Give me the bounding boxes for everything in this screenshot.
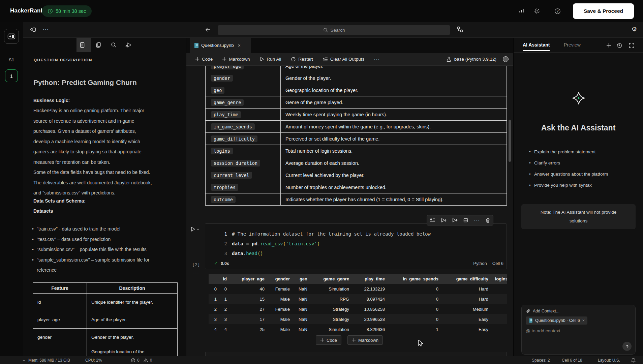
tab-questions-ipynb[interactable]: Questions.ipynb × [190,38,251,53]
new-chat-icon[interactable] [606,43,611,48]
code-token: data [232,251,243,256]
vertical-scrollbar[interactable] [509,120,511,162]
business-logic-label: Business Logic: [33,98,70,103]
history-icon[interactable] [617,43,622,49]
delete-cell-icon[interactable] [485,218,490,223]
add-markdown-cell-button[interactable]: Markdown [347,335,383,345]
tab-ai-assistant[interactable]: AI Assistant [523,42,550,51]
add-context-button[interactable]: Add Context... [526,309,631,313]
cell: Easy [440,324,490,334]
secondary-bar: ··· Search ⚙ [0,22,643,38]
tab-search-icon[interactable] [111,42,117,48]
search-input[interactable]: Search [218,25,450,35]
run-cell-button[interactable] [190,226,200,232]
cell [490,294,507,304]
spaces-setting[interactable]: Spaces: 2 [532,356,550,364]
kernel-picker[interactable]: base (Python 3.9.12) [446,56,509,62]
notebook-panel: Questions.ipynb × Code Markdown Run All … [186,38,513,356]
plus-icon [320,338,324,342]
description-cell: Age of the player. [281,66,507,72]
context-chip[interactable]: Questions.ipynb · Cell 6 × [526,316,587,325]
problems-indicator[interactable]: 0 0 [131,356,152,364]
toolbar-more-icon[interactable]: ··· [374,56,380,62]
ai-assistant-panel: AI Assistant Preview Ask the AI Assistan… [513,38,643,356]
table-row: play_timeWeekly time spent playing the g… [206,109,507,121]
column-header: logins [490,274,507,284]
cell-duration: 0.0s [221,261,229,266]
list-item: Answer questions about the platform [529,169,637,180]
collapse-sidebar-button[interactable] [4,29,19,44]
list-item: Clarify errors [529,157,637,169]
table-row: id Unique identifier for the player. [33,294,178,311]
keyboard-layout[interactable]: Layout: U.S. [598,356,620,364]
column-header: gender [267,274,292,284]
add-code-cell-button[interactable]: Code [316,335,341,345]
list-item: "train.csv" - data used to train the mod… [32,224,156,234]
clear-all-outputs-button[interactable]: Clear All Outputs [323,57,364,62]
panel-more-icon[interactable]: ··· [43,26,49,32]
signal-b级ars-icon[interactable] [519,8,524,13]
dataframe-output: id player_age gender geo game_genre play… [209,274,507,335]
run-all-button[interactable]: Run All [259,57,281,62]
add-code-button[interactable]: Code [195,57,213,62]
svg-text:?: ? [557,9,559,13]
code-editor[interactable]: 1 # The information dataset for the trai… [205,229,507,258]
table-row: game_difficultyPerceived or set difficul… [206,133,507,145]
send-button[interactable] [622,342,632,351]
assistant-input-card[interactable]: Add Context... Questions.ipynb · Cell 6 … [521,305,636,355]
remove-context-icon[interactable]: × [582,318,585,323]
chevron-up-icon [22,358,26,363]
cell-language[interactable]: Python [473,261,487,266]
add-markdown-button[interactable]: Markdown [222,57,250,62]
cell: 40 [229,284,267,294]
run-all-label: Run All [267,57,281,62]
run-cells-above-icon[interactable] [441,218,447,223]
assistant-heading: Ask the AI Assistant [514,123,643,132]
table-row: player_ageAge of the player. [206,66,507,72]
restart-button[interactable]: Restart [290,57,313,62]
cell: Hard [440,284,490,294]
back-arrow-icon[interactable] [205,27,211,32]
split-cell-icon[interactable] [463,218,468,223]
gear-icon[interactable]: ⚙ [632,26,637,33]
message-input-placeholder[interactable]: @ to add context [526,328,631,333]
top-bar: HackerRank 58 min 38 sec ? Save & Procee… [0,0,643,22]
code-cell[interactable]: 1 # The information dataset for the trai… [205,223,507,269]
description-cell: Indicates whether the player has churned… [281,193,507,206]
list-item: Explain the problem statement [529,146,637,157]
tab-preview[interactable]: Preview [564,42,581,48]
question-1-button[interactable]: 1 [5,69,18,82]
statusbar-expand-button[interactable] [22,356,26,364]
feature-chip: session_duration [211,160,260,166]
brightness-icon[interactable] [534,8,540,14]
feature-chip: logins [211,148,233,154]
cell: 0 [219,284,229,294]
run-cell-and-below-icon[interactable] [452,218,458,223]
cell-more-icon[interactable]: ··· [474,217,480,223]
table-row: in_game_spendsAmount of money spent with… [206,121,507,133]
table-row: 0040FemaleNaNSimulation22.1332190Hard [209,284,507,294]
fullscreen-icon[interactable] [629,43,634,48]
clock-icon [48,8,53,14]
workflow-icon[interactable] [457,26,463,32]
table-row: geoGeographic location of the player. [206,84,507,96]
clear-outputs-icon [323,57,328,62]
tab-debug-icon[interactable] [125,42,132,48]
collapse-panel-icon[interactable] [30,27,36,33]
code-token: data [232,241,243,246]
table-row: gender Gender of the player. [33,329,178,346]
tab-files-icon[interactable] [96,42,101,48]
kernel-status-icon [503,56,509,62]
help-icon[interactable]: ? [554,8,561,14]
question-title: Python: Predict Gaming Churn [33,79,137,87]
description-cell: Weekly time spent playing the game (in h… [281,109,507,121]
arrow-up-icon [625,344,630,349]
cell: 17 [229,314,267,324]
cell: NaN [292,314,309,324]
cell-menu-icon[interactable] [430,218,435,223]
notifications-bell-icon[interactable] [631,356,636,364]
tab-description-icon[interactable] [80,42,85,48]
output-menu-icon[interactable]: ··· [193,270,199,275]
tab-close-icon[interactable]: × [238,43,241,48]
save-proceed-button[interactable]: Save & Proceed [573,3,634,19]
